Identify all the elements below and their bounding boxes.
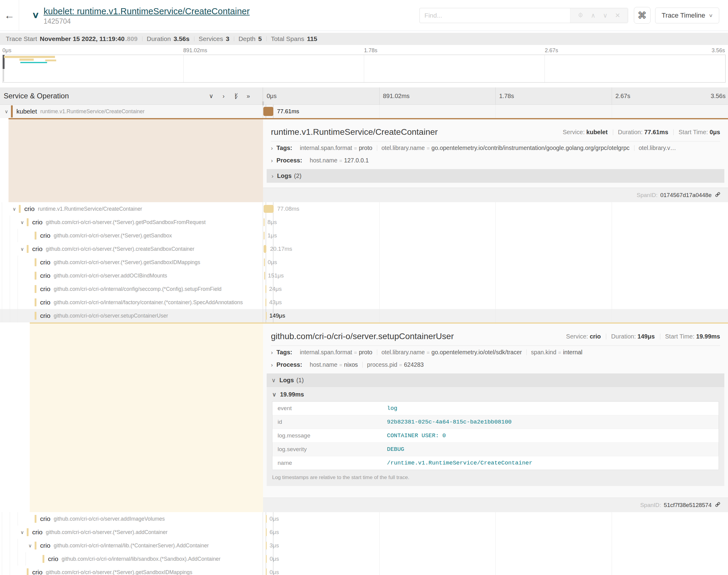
trace-view-selector[interactable]: Trace Timeline ∨ [655,8,719,23]
span-id-row: SpanID:51cf7f38e5128574 [263,498,728,512]
span-row[interactable]: ∨criogithub.com/cri-o/cri-o/server.addIm… [0,512,728,526]
find-next-icon[interactable]: ∨ [603,12,607,19]
collapse-all-icon[interactable]: ∨∨ [234,93,237,99]
span-timeline-cell[interactable]: 6μs [263,526,728,539]
span-row[interactable]: ∨crioruntime.v1.RuntimeService/CreateCon… [0,202,728,215]
span-timeline-cell[interactable]: 0μs [263,256,728,269]
log-field-key: log.severity [272,443,382,456]
span-duration-bar[interactable] [264,232,265,240]
span-row[interactable]: ∨criogithub.com/cri-o/cri-o/internal/lib… [0,539,728,552]
span-toggle-icon[interactable]: ∨ [10,206,19,212]
span-duration-bar[interactable] [266,515,267,523]
log-field-row: eventlog [272,402,719,415]
indent-guide [10,539,18,552]
span-timeline-cell[interactable]: 24μs [263,282,728,296]
span-duration-bar[interactable] [266,528,267,536]
span-duration-bar[interactable] [264,205,274,213]
span-row[interactable]: ∨criogithub.com/cri-o/cri-o/internal/lib… [0,552,728,566]
span-timeline-cell[interactable]: 43μs [263,296,728,309]
logs-section-header[interactable]: ›Logs(2) [267,169,724,183]
tags-row[interactable]: ›Tags:internal.span.format=protootel.lib… [271,141,720,154]
span-timeline-cell[interactable]: 151μs [263,269,728,282]
back-button[interactable]: ← [0,0,19,31]
span-name-cell[interactable]: ∨criogithub.com/cri-o/cri-o/server.(*Ser… [0,229,263,242]
locate-icon[interactable] [578,12,584,19]
span-name-cell[interactable]: ∨kubeletruntime.v1.RuntimeService/Create… [0,105,263,118]
minimap-canvas[interactable] [2,55,726,82]
span-name-cell[interactable]: ∨crioruntime.v1.RuntimeService/CreateCon… [0,202,263,215]
span-name-cell[interactable]: ∨criogithub.com/cri-o/cri-o/server.addIm… [0,512,263,526]
span-duration-bar[interactable] [263,107,273,116]
expand-all-icon[interactable]: » [246,93,250,99]
span-row[interactable]: ∨criogithub.com/cri-o/cri-o/server.(*Ser… [0,256,728,269]
span-name-cell[interactable]: ∨criogithub.com/cri-o/cri-o/internal/lib… [0,539,263,552]
span-name-cell[interactable]: ∨criogithub.com/cri-o/cri-o/server.(*Ser… [0,526,263,539]
span-row[interactable]: ∨criogithub.com/cri-o/cri-o/internal/fac… [0,296,728,309]
logs-section-header[interactable]: ∨Logs(1) [267,373,724,387]
span-timeline-cell[interactable]: 3μs [263,539,728,552]
span-timeline-cell[interactable]: 8μs [263,215,728,229]
span-row[interactable]: ∨criogithub.com/cri-o/cri-o/server.setup… [0,309,728,323]
span-row[interactable]: ∨criogithub.com/cri-o/cri-o/server.(*Ser… [0,566,728,575]
span-timeline-cell[interactable]: 1μs [263,229,728,242]
span-row[interactable]: ∨criogithub.com/cri-o/cri-o/server.addOC… [0,269,728,282]
link-icon[interactable] [713,190,723,200]
process-row[interactable]: ›Process:host.name=127.0.0.1 [271,154,720,166]
column-resize-grip[interactable]: ‖ [262,100,264,107]
find-input[interactable] [420,8,570,23]
keyboard-shortcuts-button[interactable]: ⌘ [634,7,651,24]
span-row[interactable]: ∨criogithub.com/cri-o/cri-o/server.(*Ser… [0,526,728,539]
span-toggle-icon[interactable]: ∨ [2,109,11,114]
trace-title-link[interactable]: kubelet: runtime.v1.RuntimeService/Creat… [44,6,250,16]
span-timeline-cell[interactable]: 149μs [263,309,728,323]
span-timeline-cell[interactable]: 0μs [263,566,728,575]
trace-collapse-icon[interactable]: ∨ [32,10,39,20]
clear-find-icon[interactable]: ✕ [615,12,621,19]
span-name-cell[interactable]: ∨criogithub.com/cri-o/cri-o/server.addOC… [0,269,263,282]
expand-one-icon[interactable]: › [223,93,225,99]
collapse-one-icon[interactable]: ∨ [209,93,213,99]
span-name-cell[interactable]: ∨criogithub.com/cri-o/cri-o/server.(*Ser… [0,256,263,269]
span-timeline-cell[interactable]: 77.08ms [263,202,728,215]
span-name-cell[interactable]: ∨criogithub.com/cri-o/cri-o/internal/con… [0,282,263,296]
span-row[interactable]: ∨kubeletruntime.v1.RuntimeService/Create… [0,105,728,118]
span-toggle-icon[interactable]: ∨ [26,543,35,549]
process-row[interactable]: ›Process:host.name=nixosprocess.pid=6242… [271,358,720,371]
span-duration-bar[interactable] [266,542,267,549]
operation-name: github.com/cri-o/cri-o/server.addImageVo… [54,516,165,522]
span-duration-bar[interactable] [265,298,266,306]
span-duration-bar[interactable] [264,218,265,226]
span-duration-bar[interactable] [266,568,267,575]
span-row[interactable]: ∨criogithub.com/cri-o/cri-o/server.(*Ser… [0,215,728,229]
link-icon[interactable] [713,500,723,510]
span-timeline-cell[interactable]: 20.17ms [263,242,728,256]
span-row[interactable]: ∨criogithub.com/cri-o/cri-o/server.(*Ser… [0,242,728,256]
summary-value-fraction: .809 [125,35,138,42]
span-name-cell[interactable]: ∨criogithub.com/cri-o/cri-o/server.(*Ser… [0,566,263,575]
span-duration-bar[interactable] [264,258,265,266]
log-entry-header[interactable]: ∨19.99ms [267,388,724,401]
span-row[interactable]: ∨criogithub.com/cri-o/cri-o/internal/con… [0,282,728,296]
find-prev-icon[interactable]: ∧ [591,12,595,19]
span-timeline-cell[interactable]: 0μs [263,552,728,566]
span-name-cell[interactable]: ∨criogithub.com/cri-o/cri-o/internal/lib… [0,552,263,566]
span-toggle-icon[interactable]: ∨ [18,246,27,252]
span-row[interactable]: ∨criogithub.com/cri-o/cri-o/server.(*Ser… [0,229,728,242]
span-name-cell[interactable]: ∨criogithub.com/cri-o/cri-o/server.(*Ser… [0,215,263,229]
span-name-cell[interactable]: ∨criogithub.com/cri-o/cri-o/server.setup… [0,309,263,323]
tag-value: go.opentelemetry.io/otel/sdk/tracer [432,349,522,356]
span-name-cell[interactable]: ∨criogithub.com/cri-o/cri-o/internal/fac… [0,296,263,309]
span-toggle-icon[interactable]: ∨ [18,530,27,535]
span-duration-bar[interactable] [266,555,267,563]
span-duration-label: 77.08ms [277,206,299,212]
span-timeline-cell[interactable]: 77.61ms [263,105,728,118]
tag-item: internal.span.format=proto [295,144,377,151]
span-duration-bar[interactable] [264,272,265,280]
span-duration-bar[interactable] [264,245,266,253]
span-duration-bar[interactable] [266,312,267,320]
tags-row[interactable]: ›Tags:internal.span.format=protootel.lib… [271,346,720,358]
span-toggle-icon[interactable]: ∨ [18,219,27,225]
span-name-cell[interactable]: ∨criogithub.com/cri-o/cri-o/server.(*Ser… [0,242,263,256]
span-duration-bar[interactable] [265,285,266,293]
span-timeline-cell[interactable]: 0μs [263,512,728,526]
